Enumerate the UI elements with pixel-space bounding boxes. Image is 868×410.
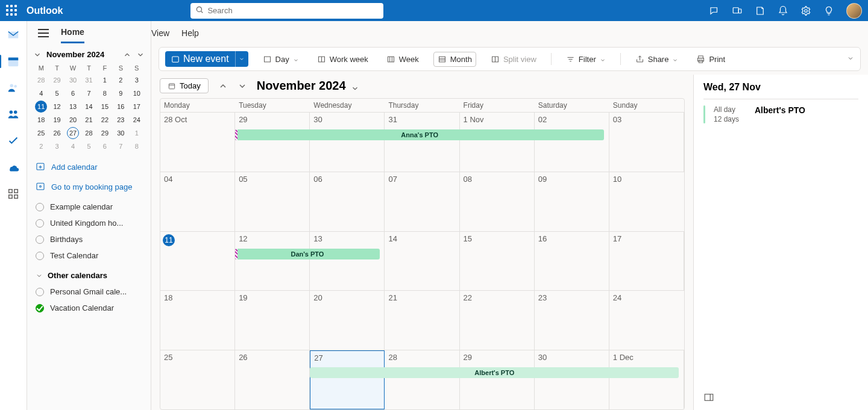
calendar-title[interactable]: November 2024 xyxy=(257,79,359,93)
mini-day[interactable]: 27 xyxy=(67,127,79,139)
calendar-cell[interactable]: 03 xyxy=(609,113,684,172)
next-period-icon[interactable] xyxy=(237,81,247,91)
share[interactable]: Share xyxy=(632,52,682,66)
view-month[interactable]: Month xyxy=(433,52,476,67)
calendar-cell[interactable]: 24 xyxy=(609,291,684,350)
calendar-cell[interactable]: 22 xyxy=(460,291,535,350)
search-box[interactable] xyxy=(190,3,383,19)
calendar-cell[interactable]: 15 xyxy=(460,232,535,291)
mini-day[interactable]: 1 xyxy=(99,74,111,86)
calendar-cell[interactable]: 06 xyxy=(310,172,385,231)
mini-day[interactable]: 30 xyxy=(67,74,79,86)
teams-chat-icon[interactable] xyxy=(709,5,720,16)
mail-icon[interactable] xyxy=(7,28,20,42)
calendar-cell[interactable]: 21 xyxy=(385,291,459,350)
mini-day[interactable]: 22 xyxy=(99,114,111,126)
mini-day[interactable]: 15 xyxy=(99,101,111,113)
groups-icon[interactable] xyxy=(7,108,20,121)
mini-day[interactable]: 16 xyxy=(115,101,127,113)
calendar-cell[interactable]: 07 xyxy=(385,172,459,231)
mini-day[interactable]: 28 xyxy=(35,74,47,86)
calendar-cell[interactable]: 27 xyxy=(310,350,385,409)
mini-day[interactable]: 30 xyxy=(115,127,127,139)
split-view[interactable]: Split view xyxy=(487,52,540,66)
calendar-cell[interactable]: 28 xyxy=(385,350,459,409)
mini-day[interactable]: 29 xyxy=(99,127,111,139)
calendar-cell[interactable]: 30 xyxy=(310,113,385,172)
calendar-cell[interactable]: 10 xyxy=(609,172,684,231)
calendar-cell[interactable]: 29 xyxy=(235,113,310,172)
mini-day[interactable]: 23 xyxy=(115,114,127,126)
mini-day[interactable]: 2 xyxy=(115,74,127,86)
search-input[interactable] xyxy=(207,6,379,15)
notifications-icon[interactable] xyxy=(778,5,788,16)
calendar-cell[interactable]: 28 Oct xyxy=(160,113,235,172)
tab-help[interactable]: Help xyxy=(181,23,199,43)
calendar-cell[interactable]: 09 xyxy=(535,172,609,231)
view-day[interactable]: Day xyxy=(259,52,303,66)
calendar-cell[interactable]: 12 xyxy=(235,232,310,291)
calendar-cell[interactable]: 13 xyxy=(310,232,385,291)
event-drag-handle[interactable] xyxy=(235,129,237,140)
calendar-toggle[interactable]: United Kingdom ho... xyxy=(36,219,145,228)
mini-day[interactable]: 6 xyxy=(99,140,111,152)
mini-day[interactable]: 18 xyxy=(35,114,47,126)
calendar-toggle[interactable]: Birthdays xyxy=(36,235,145,244)
add-calendar-link[interactable]: Add calendar xyxy=(36,161,145,173)
calendar-icon[interactable] xyxy=(7,55,20,68)
calendar-event[interactable]: Dan's PTO xyxy=(235,249,380,259)
mini-day[interactable]: 13 xyxy=(67,101,79,113)
calendar-cell[interactable]: 11 xyxy=(160,232,235,291)
teams-icon[interactable] xyxy=(732,5,743,16)
mini-day[interactable]: 26 xyxy=(51,127,63,139)
mini-day[interactable]: 7 xyxy=(83,87,95,99)
user-avatar[interactable] xyxy=(846,3,862,19)
event-drag-handle[interactable] xyxy=(235,249,237,259)
mini-day[interactable]: 29 xyxy=(51,74,63,86)
mini-day[interactable]: 14 xyxy=(83,101,95,113)
people-icon[interactable] xyxy=(7,81,20,95)
mini-day[interactable]: 8 xyxy=(99,87,111,99)
calendar-cell[interactable]: 20 xyxy=(310,291,385,350)
mini-day[interactable]: 10 xyxy=(131,87,143,99)
prev-month-icon[interactable] xyxy=(123,51,131,59)
booking-page-link[interactable]: Go to my booking page xyxy=(36,181,145,193)
mini-day[interactable]: 4 xyxy=(67,140,79,152)
calendar-cell[interactable]: 1 Nov xyxy=(460,113,535,172)
filter[interactable]: Filter xyxy=(562,52,609,66)
calendar-cell[interactable]: 29 xyxy=(460,350,535,409)
calendar-toggle[interactable]: Example calendar xyxy=(36,202,145,211)
mini-day[interactable]: 2 xyxy=(35,140,47,152)
view-work-week[interactable]: Work week xyxy=(313,52,372,66)
calendar-cell[interactable]: 19 xyxy=(235,291,310,350)
mini-day[interactable]: 3 xyxy=(131,74,143,86)
mini-day[interactable]: 24 xyxy=(131,114,143,126)
calendar-cell[interactable]: 30 xyxy=(535,350,609,409)
mini-day[interactable]: 19 xyxy=(51,114,63,126)
overflow-icon[interactable] xyxy=(847,54,854,64)
mini-day[interactable]: 1 xyxy=(131,127,143,139)
mini-day[interactable]: 25 xyxy=(35,127,47,139)
print[interactable]: Print xyxy=(693,52,729,66)
prev-period-icon[interactable] xyxy=(218,81,228,91)
mini-day[interactable]: 28 xyxy=(83,127,95,139)
calendar-toggle[interactable]: Personal Gmail cale... xyxy=(36,287,145,296)
mini-day[interactable]: 5 xyxy=(51,87,63,99)
mini-day[interactable]: 4 xyxy=(35,87,47,99)
calendar-cell[interactable]: 25 xyxy=(160,350,235,409)
hamburger-icon[interactable] xyxy=(38,29,49,37)
tab-view[interactable]: View xyxy=(151,23,169,43)
todo-icon[interactable] xyxy=(7,134,20,148)
onedrive-icon[interactable] xyxy=(7,161,20,174)
calendar-cell[interactable]: 1 Dec xyxy=(609,350,684,409)
calendar-cell[interactable]: 02 xyxy=(535,113,609,172)
calendar-cell[interactable]: 16 xyxy=(535,232,609,291)
mini-day[interactable]: 8 xyxy=(131,140,143,152)
mini-day[interactable]: 17 xyxy=(131,101,143,113)
mini-day[interactable]: 5 xyxy=(83,140,95,152)
calendar-cell[interactable]: 05 xyxy=(235,172,310,231)
mini-day[interactable]: 3 xyxy=(51,140,63,152)
app-launcher-icon[interactable] xyxy=(6,5,18,17)
mini-day[interactable]: 9 xyxy=(115,87,127,99)
calendar-cell[interactable]: 17 xyxy=(609,232,684,291)
